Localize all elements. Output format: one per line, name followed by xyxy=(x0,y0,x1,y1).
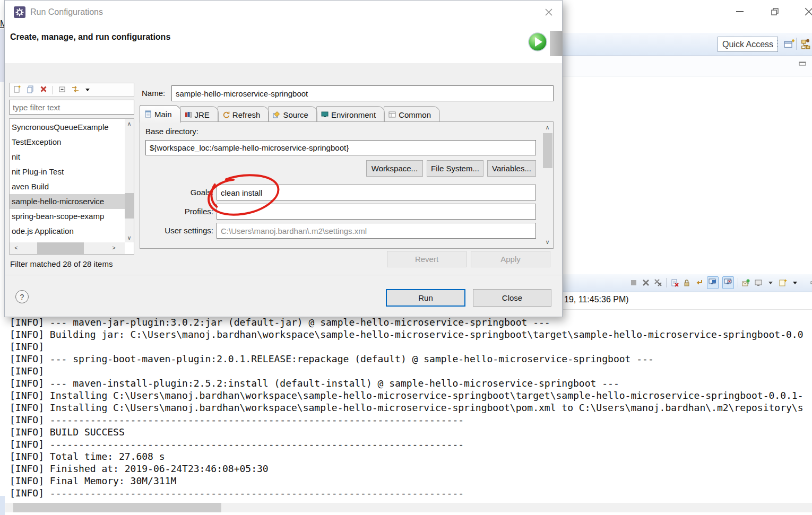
workspace-button[interactable]: Workspace... xyxy=(366,160,423,177)
tab-environment[interactable]: Environment xyxy=(316,106,385,123)
list-item[interactable]: spring-bean-scope-examp xyxy=(10,209,125,224)
list-item[interactable]: nit Plug-in Test xyxy=(10,164,125,179)
form-vertical-scrollbar-thumb[interactable] xyxy=(543,133,552,168)
secondary-toolbar-band xyxy=(560,56,812,76)
console-line: [INFO] Installing C:\Users\manoj.bardhan… xyxy=(10,389,812,401)
toolbar-grip xyxy=(776,39,779,49)
list-vertical-scrollbar[interactable]: ∧ ∨ xyxy=(125,119,134,242)
console-line: [INFO] ---------------------------------… xyxy=(10,414,812,426)
list-vertical-scrollbar-thumb[interactable] xyxy=(125,193,134,219)
scroll-up-icon[interactable]: ∧ xyxy=(125,120,134,127)
quick-access-box[interactable]: Quick Access xyxy=(718,37,778,52)
list-item[interactable]: aven Build xyxy=(10,179,125,194)
tab-label: Main xyxy=(154,110,172,119)
base-directory-input[interactable] xyxy=(145,140,536,155)
window-restore-button[interactable] xyxy=(763,3,787,20)
variables-button[interactable]: Variables... xyxy=(487,160,536,177)
file-system-button[interactable]: File System... xyxy=(427,160,483,177)
help-button[interactable]: ? xyxy=(15,290,29,303)
show-console-on-output-toggle[interactable] xyxy=(707,276,719,289)
configurations-list[interactable]: SyncronousQueueExample TestException nit… xyxy=(9,118,134,255)
scroll-down-icon[interactable]: ∨ xyxy=(125,234,134,241)
new-configuration-icon[interactable] xyxy=(13,85,21,95)
clipped-menu-text: M xyxy=(0,19,4,29)
minimize-view-icon[interactable] xyxy=(809,278,812,287)
minimize-editor-button[interactable] xyxy=(799,59,807,69)
console-output[interactable]: [INFO] --- maven-jar-plugin:3.0.2:jar (d… xyxy=(10,316,812,499)
scroll-left-icon[interactable]: < xyxy=(12,245,21,251)
console-line: [INFO] ---------------------------------… xyxy=(10,438,812,450)
user-settings-input[interactable] xyxy=(217,223,536,239)
console-line: [INFO] Installing C:\Users\manoj.bardhan… xyxy=(10,401,812,414)
configuration-rows: SyncronousQueueExample TestException nit… xyxy=(10,120,125,254)
show-console-on-output-icon xyxy=(709,277,717,286)
open-perspective-button[interactable] xyxy=(784,39,794,51)
name-input[interactable] xyxy=(171,85,554,101)
delete-icon[interactable] xyxy=(39,85,48,95)
console-line: [INFO] --- spring-boot-maven-plugin:2.0.… xyxy=(10,353,812,365)
console-horizontal-scrollbar-thumb[interactable] xyxy=(13,503,221,512)
list-horizontal-scrollbar[interactable]: < > xyxy=(10,242,125,254)
console-line: [INFO] --- maven-install-plugin:2.5.2:in… xyxy=(10,377,812,389)
toolbar-separator xyxy=(738,278,738,287)
scroll-lock-icon[interactable] xyxy=(683,278,691,287)
user-settings-label: User settings: xyxy=(140,226,213,235)
dialog-close-button[interactable] xyxy=(540,5,558,20)
form-vertical-scrollbar[interactable]: ∧ ∨ xyxy=(543,123,552,248)
collapse-all-icon[interactable] xyxy=(58,85,66,95)
show-console-on-error-toggle[interactable] xyxy=(722,276,734,289)
filter-input[interactable] xyxy=(9,100,134,115)
tab-jre[interactable]: JRE xyxy=(180,106,219,123)
filter-launch-icon[interactable] xyxy=(71,85,80,95)
red-annotation-circle xyxy=(200,170,290,223)
apply-button[interactable]: Apply xyxy=(471,251,550,267)
window-minimize-button[interactable] xyxy=(728,3,751,20)
window-close-button[interactable] xyxy=(798,3,812,20)
close-button[interactable]: Close xyxy=(473,289,551,307)
scroll-down-icon[interactable]: ∨ xyxy=(543,239,552,246)
open-console-caret-icon[interactable] xyxy=(791,278,799,287)
terminate-icon[interactable] xyxy=(629,278,638,287)
show-console-on-error-icon xyxy=(724,277,732,286)
toolbar-separator xyxy=(796,38,797,50)
open-console-icon[interactable] xyxy=(779,278,787,287)
tab-main[interactable]: Main xyxy=(140,105,181,123)
list-horizontal-scrollbar-thumb[interactable] xyxy=(37,242,84,254)
tab-source[interactable]: Source xyxy=(268,106,317,123)
remove-launch-icon[interactable] xyxy=(642,278,650,287)
filter-status: Filter matched 28 of 28 items xyxy=(10,259,113,268)
dialog-title: Run Configurations xyxy=(30,7,103,17)
pin-console-icon[interactable] xyxy=(742,278,750,287)
configurations-toolbar xyxy=(9,83,134,97)
run-button[interactable]: Run xyxy=(386,289,465,307)
dialog-separator xyxy=(5,275,563,275)
list-item-selected[interactable]: sample-hello-microservice xyxy=(10,194,125,209)
console-title-clipped: 19, 11:45:36 PM) xyxy=(564,295,629,304)
main-tab-icon xyxy=(144,110,152,118)
remove-all-launches-icon[interactable] xyxy=(654,278,662,287)
list-item[interactable]: SyncronousQueueExample xyxy=(10,120,125,135)
tab-label: Common xyxy=(399,110,431,119)
console-caret-icon[interactable] xyxy=(766,278,775,287)
scroll-right-icon[interactable]: > xyxy=(109,245,118,251)
menu-caret-icon[interactable] xyxy=(84,85,91,95)
word-wrap-icon[interactable] xyxy=(695,278,703,287)
clear-console-icon[interactable] xyxy=(670,278,679,287)
close-icon xyxy=(545,8,553,16)
list-item[interactable]: TestException xyxy=(10,135,125,150)
revert-button[interactable]: Revert xyxy=(387,251,467,267)
duplicate-icon[interactable] xyxy=(26,85,34,95)
list-item[interactable]: nit xyxy=(10,150,125,164)
list-item[interactable]: ode.js Application xyxy=(10,224,125,239)
java-perspective-button[interactable] xyxy=(800,39,810,51)
run-configurations-dialog: Run Configurations Create, manage, and r… xyxy=(4,0,563,317)
console-title-underline xyxy=(563,309,812,310)
run-badge-icon xyxy=(527,31,548,55)
scroll-up-icon[interactable]: ∧ xyxy=(543,124,552,131)
background-left-strip xyxy=(0,29,4,82)
tab-common[interactable]: Common xyxy=(384,106,440,123)
console-line: [INFO] Building jar: C:\Users\manoj.bard… xyxy=(10,328,812,341)
display-selected-console-icon[interactable] xyxy=(754,278,763,287)
tab-refresh[interactable]: Refresh xyxy=(218,106,270,123)
tab-label: Environment xyxy=(331,110,376,119)
